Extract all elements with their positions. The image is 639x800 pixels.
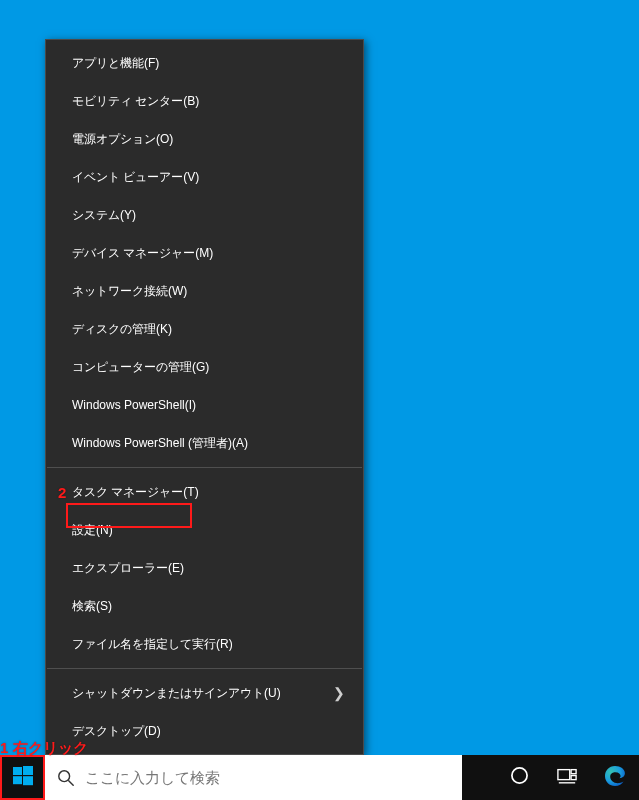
svg-point-4 [59,770,70,781]
menu-item-label: ファイル名を指定して実行(R) [72,636,345,653]
menu-item-network-connections[interactable]: ネットワーク接続(W) [46,272,363,310]
edge-button[interactable] [591,755,639,800]
cortana-icon [510,766,529,789]
svg-point-6 [511,768,526,783]
svg-rect-2 [13,776,22,784]
menu-group-3: シャットダウンまたはサインアウト(U) ❯ デスクトップ(D) [46,670,363,754]
svg-rect-1 [23,766,33,775]
svg-rect-8 [571,769,576,773]
start-button[interactable] [0,755,45,800]
svg-rect-3 [23,776,33,785]
menu-item-computer-management[interactable]: コンピューターの管理(G) [46,348,363,386]
menu-item-label: モビリティ センター(B) [72,93,345,110]
menu-item-explorer[interactable]: エクスプローラー(E) [46,549,363,587]
winx-context-menu: アプリと機能(F) モビリティ センター(B) 電源オプション(O) イベント … [45,39,364,755]
cortana-button[interactable] [495,755,543,800]
menu-item-shutdown-signout[interactable]: シャットダウンまたはサインアウト(U) ❯ [46,674,363,712]
menu-item-powershell[interactable]: Windows PowerShell(I) [46,386,363,424]
menu-item-powershell-admin[interactable]: Windows PowerShell (管理者)(A) [46,424,363,462]
svg-line-5 [69,780,74,785]
menu-separator [47,467,362,468]
annotation-label-1: 1 右クリック [0,739,88,758]
svg-rect-7 [558,769,570,779]
menu-item-label: エクスプローラー(E) [72,560,345,577]
menu-item-settings[interactable]: 設定(N) [46,511,363,549]
menu-item-label: ネットワーク接続(W) [72,283,345,300]
menu-item-label: コンピューターの管理(G) [72,359,345,376]
task-view-button[interactable] [543,755,591,800]
search-input[interactable] [85,769,450,786]
menu-item-label: シャットダウンまたはサインアウト(U) [72,685,325,702]
menu-item-label: アプリと機能(F) [72,55,345,72]
edge-icon [604,765,626,791]
menu-item-label: Windows PowerShell (管理者)(A) [72,435,345,452]
search-icon [57,769,75,787]
menu-item-label: イベント ビューアー(V) [72,169,345,186]
menu-item-label: Windows PowerShell(I) [72,398,345,412]
chevron-right-icon: ❯ [333,685,345,701]
menu-item-event-viewer[interactable]: イベント ビューアー(V) [46,158,363,196]
svg-rect-9 [571,775,576,779]
taskbar [0,755,639,800]
taskbar-search[interactable] [45,755,462,800]
menu-item-label: 設定(N) [72,522,345,539]
menu-item-disk-management[interactable]: ディスクの管理(K) [46,310,363,348]
menu-item-search[interactable]: 検索(S) [46,587,363,625]
menu-item-label: タスク マネージャー(T) [72,484,345,501]
menu-item-power-options[interactable]: 電源オプション(O) [46,120,363,158]
menu-item-mobility-center[interactable]: モビリティ センター(B) [46,82,363,120]
menu-item-device-manager[interactable]: デバイス マネージャー(M) [46,234,363,272]
menu-group-1: アプリと機能(F) モビリティ センター(B) 電源オプション(O) イベント … [46,40,363,466]
menu-item-label: デバイス マネージャー(M) [72,245,345,262]
menu-separator [47,668,362,669]
task-view-icon [557,766,577,790]
menu-item-label: システム(Y) [72,207,345,224]
taskbar-spacer [462,755,495,800]
menu-item-system[interactable]: システム(Y) [46,196,363,234]
menu-group-2: タスク マネージャー(T) 設定(N) エクスプローラー(E) 検索(S) ファ… [46,469,363,667]
annotation-number-2: 2 [58,484,66,501]
menu-item-label: 電源オプション(O) [72,131,345,148]
menu-item-task-manager[interactable]: タスク マネージャー(T) [46,473,363,511]
menu-item-label: 検索(S) [72,598,345,615]
menu-item-run[interactable]: ファイル名を指定して実行(R) [46,625,363,663]
menu-item-desktop[interactable]: デスクトップ(D) [46,712,363,750]
menu-item-label: デスクトップ(D) [72,723,345,740]
menu-item-label: ディスクの管理(K) [72,321,345,338]
desktop[interactable]: アプリと機能(F) モビリティ センター(B) 電源オプション(O) イベント … [0,0,639,800]
menu-item-apps-and-features[interactable]: アプリと機能(F) [46,44,363,82]
svg-rect-0 [13,767,22,775]
windows-logo-icon [13,766,33,790]
